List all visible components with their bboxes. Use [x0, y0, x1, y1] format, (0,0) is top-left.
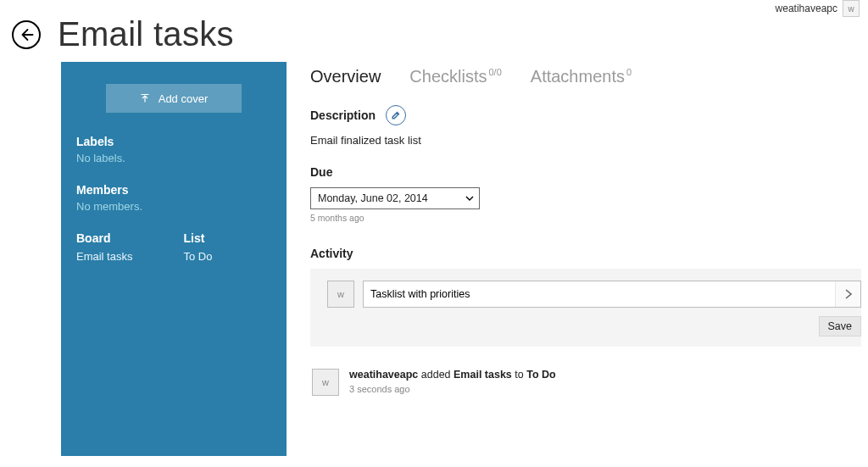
page-header: Email tasks [0, 0, 868, 62]
add-cover-button[interactable]: Add cover [106, 84, 242, 113]
description-heading: Description [310, 108, 376, 122]
due-date-select[interactable]: Monday, June 02, 2014 [310, 187, 480, 209]
upload-icon [140, 93, 150, 103]
log-actor: weatihaveapc [349, 369, 418, 381]
list-section: List To Do [183, 231, 212, 265]
comment-input-wrap [363, 281, 861, 308]
card-sidebar: Add cover Labels No labels. Members No m… [61, 62, 287, 456]
tab-overview-label: Overview [310, 67, 381, 86]
members-heading: Members [76, 183, 271, 197]
current-user-corner[interactable]: weatihaveapc w [776, 0, 860, 17]
tab-overview[interactable]: Overview [310, 67, 381, 86]
board-heading: Board [76, 231, 132, 245]
log-preposition: to [512, 369, 526, 381]
edit-description-button[interactable] [386, 105, 406, 125]
due-heading: Due [310, 165, 861, 179]
comment-input[interactable] [364, 281, 835, 307]
back-button[interactable] [12, 20, 41, 49]
log-verb: added [418, 369, 453, 381]
save-button[interactable]: Save [819, 316, 862, 336]
tab-bar: Overview Checklists0/0 Attachments0 [310, 67, 861, 86]
log-object: Email tasks [453, 369, 512, 381]
log-text: weatihaveapc added Email tasks to To Do [349, 369, 556, 381]
description-heading-row: Description [310, 105, 861, 125]
log-time: 3 seconds ago [349, 384, 556, 394]
labels-empty-text[interactable]: No labels. [76, 152, 271, 164]
page-title: Email tasks [58, 15, 234, 53]
chevron-right-icon [843, 289, 854, 299]
compose-avatar: w [327, 281, 354, 308]
log-target: To Do [526, 369, 555, 381]
tab-attachments[interactable]: Attachments0 [531, 67, 632, 86]
chevron-down-icon [465, 194, 474, 203]
due-date-value: Monday, June 02, 2014 [318, 192, 428, 204]
pencil-icon [391, 110, 401, 120]
board-value[interactable]: Email tasks [76, 248, 132, 265]
arrow-left-icon [19, 27, 34, 42]
card-main: Overview Checklists0/0 Attachments0 Desc… [310, 62, 868, 456]
activity-heading: Activity [310, 247, 861, 260]
add-cover-label: Add cover [159, 92, 209, 105]
tab-attachments-label: Attachments [531, 67, 625, 86]
activity-compose-block: w Save [310, 269, 861, 347]
send-button[interactable] [835, 281, 860, 307]
description-text: Email finalized task list [310, 134, 861, 147]
log-avatar: w [312, 369, 339, 396]
tab-checklists-label: Checklists [409, 67, 487, 86]
tab-attachments-count: 0 [626, 67, 632, 77]
labels-heading: Labels [76, 135, 271, 148]
members-empty-text[interactable]: No members. [76, 200, 271, 213]
members-section: Members No members. [76, 183, 271, 213]
tab-checklists-count: 0/0 [489, 67, 502, 77]
current-user-name: weatihaveapc [776, 3, 837, 14]
board-list-row: Board Email tasks List To Do [76, 231, 271, 265]
activity-log-entry: w weatihaveapc added Email tasks to To D… [310, 369, 861, 396]
list-value[interactable]: To Do [183, 248, 212, 265]
due-relative: 5 months ago [310, 213, 861, 223]
tab-checklists[interactable]: Checklists0/0 [409, 67, 501, 86]
board-section: Board Email tasks [76, 231, 132, 265]
list-heading: List [183, 231, 212, 245]
current-user-avatar: w [843, 0, 860, 17]
labels-section: Labels No labels. [76, 135, 271, 164]
